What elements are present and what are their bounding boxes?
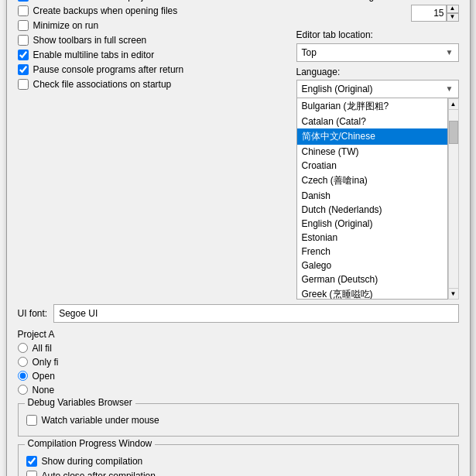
checkbox-row-1: Create backups when opening files — [18, 5, 281, 16]
spinbox-row: ▲ ▼ — [296, 5, 459, 22]
checkboxes-col: Default to C++ on new project Create bac… — [18, 0, 281, 300]
main-content: Default to C++ on new project Create bac… — [7, 0, 470, 476]
ui-font-box[interactable]: Segoe UI — [53, 304, 458, 323]
checkbox-row-5: Pause console programs after return — [18, 64, 281, 75]
checkbox-label-4: Enable multiline tabs in editor — [33, 50, 155, 60]
lang-item-chinese-simplified[interactable]: 简体中文/Chinese — [297, 128, 447, 145]
editor-tab-label: Editor tab location: — [296, 29, 459, 40]
lang-item-estonian[interactable]: Estonian — [297, 231, 447, 245]
debug-group: Debug Variables Browser Watch variable u… — [18, 403, 459, 437]
radio-open[interactable] — [18, 371, 28, 381]
compilation-checkbox-row-1: Auto close after compilation — [26, 471, 450, 477]
language-scrollbar[interactable]: ▲ ▼ — [448, 98, 459, 300]
main-window: Environment Options ✕ General Directorie… — [6, 0, 471, 476]
radio-label-0: All fil — [33, 343, 52, 354]
checkbox-minimize-run[interactable] — [18, 20, 29, 31]
checkbox-default-cpp[interactable] — [18, 0, 29, 2]
radio-row-2: Open — [18, 371, 459, 382]
checkbox-file-associations[interactable] — [18, 79, 29, 90]
lang-item-greek[interactable]: Greek (烹睡嗞吃) — [297, 286, 447, 300]
checkbox-label-1: Create backups when opening files — [33, 5, 178, 16]
ui-font-row: UI font: Segoe UI — [18, 304, 459, 323]
chevron-down-icon: ▼ — [446, 48, 454, 57]
radio-label-2: Open — [33, 371, 55, 382]
bottom-left: UI font: Segoe UI Project A All fil Only… — [18, 304, 459, 477]
checkbox-auto-close[interactable] — [26, 471, 37, 477]
checkbox-pause-console[interactable] — [18, 64, 29, 75]
lang-item-catalan[interactable]: Catalan (Catal? — [297, 115, 447, 128]
spin-up-button[interactable]: ▲ — [447, 5, 459, 13]
middle-section: UI font: Segoe UI Project A All fil Only… — [18, 304, 459, 477]
lang-item-croatian[interactable]: Croatian — [297, 159, 447, 173]
checkbox-label-5: Pause console programs after return — [33, 64, 184, 75]
scrollbar-up-arrow[interactable]: ▲ — [449, 99, 458, 110]
compilation-group: Compilation Progress Window Show during … — [18, 444, 459, 477]
radio-label-3: None — [33, 385, 55, 396]
language-dropdown[interactable]: English (Original) ▼ — [296, 80, 459, 98]
checkbox-watch-variable[interactable] — [26, 415, 37, 426]
radio-row-0: All fil — [18, 343, 459, 354]
checkbox-row-3: Show toolbars in full screen — [18, 35, 281, 46]
scrollbar-down-arrow[interactable]: ▼ — [449, 288, 458, 299]
radio-label-1: Only fi — [33, 357, 59, 368]
lang-item-dutch[interactable]: Dutch (Nederlands) — [297, 203, 447, 217]
ui-font-value: Segoe UI — [59, 308, 98, 319]
language-selected-value: English (Original) — [302, 84, 373, 94]
project-area-label: Project A — [18, 329, 459, 340]
language-label: Language: — [296, 67, 459, 77]
radio-only-files[interactable] — [18, 357, 28, 367]
compilation-checkbox-row-0: Show during compilation — [26, 456, 450, 467]
checkbox-label-6: Check file associations on startup — [33, 79, 172, 90]
spin-buttons: ▲ ▼ — [447, 5, 459, 22]
lang-item-german[interactable]: German (Deutsch) — [297, 272, 447, 286]
compilation-group-content: Show during compilation Auto close after… — [26, 456, 450, 477]
debug-group-content: Watch variable under mouse — [26, 415, 450, 426]
lang-item-french[interactable]: French — [297, 245, 447, 259]
radio-all-files[interactable] — [18, 343, 28, 353]
scrollbar-thumb[interactable] — [449, 121, 458, 144]
checkbox-row-6: Check file associations on startup — [18, 79, 281, 90]
checkbox-row-0: Default to C++ on new project — [18, 0, 281, 2]
lang-item-bulgarian[interactable]: Bulgarian (龙胖图粗? — [297, 98, 447, 115]
radio-none[interactable] — [18, 385, 28, 395]
compilation-checkbox-label-1: Auto close after compilation — [42, 471, 156, 477]
top-section: Default to C++ on new project Create bac… — [18, 0, 459, 300]
lang-item-galego[interactable]: Galego — [297, 259, 447, 272]
checkbox-label-0: Default to C++ on new project — [33, 0, 156, 2]
radio-row-1: Only fi — [18, 357, 459, 368]
right-col: Recent file list length: ▲ ▼ Editor tab … — [296, 0, 459, 300]
lang-item-english[interactable]: English (Original) — [297, 217, 447, 231]
spin-down-button[interactable]: ▼ — [447, 13, 459, 22]
checkbox-label-3: Show toolbars in full screen — [33, 35, 147, 46]
debug-group-title: Debug Variables Browser — [25, 397, 135, 408]
recent-file-label: Recent file list length: — [296, 0, 459, 2]
editor-tab-value: Top — [302, 47, 317, 58]
lang-item-czech[interactable]: Czech (善嗆ina) — [297, 173, 447, 189]
compilation-checkbox-label-0: Show during compilation — [42, 456, 143, 467]
lang-item-danish[interactable]: Danish — [297, 189, 447, 203]
checkbox-show-compilation[interactable] — [26, 456, 37, 467]
checkbox-toolbars[interactable] — [18, 35, 29, 46]
recent-file-input[interactable] — [411, 5, 447, 22]
language-chevron-icon: ▼ — [446, 84, 454, 93]
language-list[interactable]: Bulgarian (龙胖图粗? Catalan (Catal? 简体中文/Ch… — [296, 98, 448, 300]
debug-checkbox-label: Watch variable under mouse — [42, 415, 159, 426]
lang-item-chinese-tw[interactable]: Chinese (TW) — [297, 145, 447, 159]
checkbox-label-2: Minimize on run — [33, 20, 99, 31]
radio-row-3: None — [18, 385, 459, 396]
checkbox-multiline-tabs[interactable] — [18, 50, 29, 60]
ui-font-label: UI font: — [18, 308, 48, 319]
checkbox-row-2: Minimize on run — [18, 20, 281, 31]
checkbox-row-4: Enable multiline tabs in editor — [18, 50, 281, 60]
debug-checkbox-row: Watch variable under mouse — [26, 415, 450, 426]
checkbox-create-backups[interactable] — [18, 5, 29, 16]
compilation-group-title: Compilation Progress Window — [25, 438, 156, 449]
language-list-wrapper: Bulgarian (龙胖图粗? Catalan (Catal? 简体中文/Ch… — [296, 98, 459, 300]
editor-tab-dropdown[interactable]: Top ▼ — [296, 43, 459, 62]
